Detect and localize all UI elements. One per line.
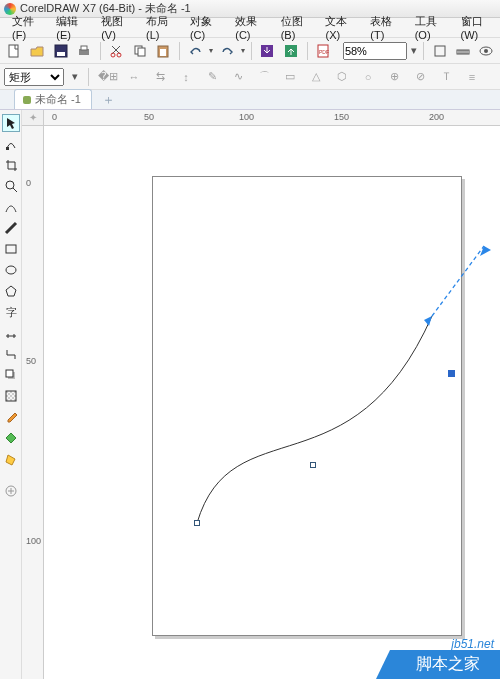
menu-object[interactable]: 对象(C) (184, 12, 227, 43)
artistic-media-tool[interactable] (2, 219, 20, 237)
ruler-tick: 150 (334, 112, 349, 122)
prop-icon[interactable]: ⌒ (255, 68, 273, 86)
paste-button[interactable] (154, 41, 173, 61)
ruler-tick: 50 (144, 112, 154, 122)
menu-tools[interactable]: 工具(O) (409, 12, 453, 43)
menu-file[interactable]: 文件(F) (6, 12, 48, 43)
toolbox: 字 (0, 110, 22, 679)
ruler-tick: 0 (52, 112, 57, 122)
eyedropper-tool[interactable] (2, 408, 20, 426)
shape-select[interactable]: 矩形 (4, 68, 64, 86)
menu-text[interactable]: 文本(X) (319, 12, 362, 43)
prop-icon[interactable]: ↕ (177, 68, 195, 86)
menu-bar: 文件(F) 编辑(E) 视图(V) 布局(L) 对象(C) 效果(C) 位图(B… (0, 18, 500, 38)
copy-button[interactable] (130, 41, 149, 61)
curve-start-node[interactable] (194, 520, 200, 526)
parallel-dim-tool[interactable] (2, 324, 20, 342)
curve-mid-node[interactable] (310, 462, 316, 468)
add-document-button[interactable]: ＋ (98, 91, 119, 109)
prop-icon[interactable]: ∿ (229, 68, 247, 86)
show-rulers-button[interactable] (453, 41, 472, 61)
interactive-fill-tool[interactable] (2, 429, 20, 447)
svg-rect-25 (6, 370, 13, 377)
menu-view[interactable]: 视图(V) (95, 12, 138, 43)
property-bar: 矩形 ▾ �⊞ ↔ ⇆ ↕ ✎ ∿ ⌒ ▭ △ ⬡ ○ ⊕ ⊘ Ｔ ≡ (0, 64, 500, 90)
new-button[interactable] (4, 41, 23, 61)
canvas-area[interactable]: ✦ 0 50 100 150 200 0 50 100 (22, 110, 500, 679)
ruler-tick: 200 (429, 112, 444, 122)
smart-fill-tool[interactable] (2, 450, 20, 468)
menu-edit[interactable]: 编辑(E) (50, 12, 93, 43)
curve-end-handle[interactable] (448, 370, 455, 377)
undo-button[interactable] (186, 41, 205, 61)
ruler-tick: 100 (26, 536, 41, 546)
prop-icon[interactable]: ▭ (281, 68, 299, 86)
ruler-origin-icon[interactable]: ✦ (22, 110, 44, 126)
svg-rect-26 (6, 391, 16, 401)
text-tool[interactable]: 字 (2, 303, 20, 321)
prop-icon[interactable]: ↔ (125, 68, 143, 86)
document-tab[interactable]: 未命名 -1 (14, 89, 92, 109)
ruler-tick: 100 (239, 112, 254, 122)
separator (423, 42, 424, 60)
export-button[interactable] (281, 41, 300, 61)
prop-icon[interactable]: ✎ (203, 68, 221, 86)
svg-point-20 (6, 181, 14, 189)
prop-icon[interactable]: ⊘ (411, 68, 429, 86)
prop-icon[interactable]: ○ (359, 68, 377, 86)
menu-effect[interactable]: 效果(C) (229, 12, 272, 43)
prop-icon[interactable]: △ (307, 68, 325, 86)
connector-tool[interactable] (2, 345, 20, 363)
svg-rect-2 (57, 52, 65, 56)
svg-rect-0 (9, 45, 18, 57)
separator (307, 42, 308, 60)
undo-dropdown-icon[interactable]: ▾ (209, 46, 213, 55)
menu-layout[interactable]: 布局(L) (140, 12, 182, 43)
publish-pdf-button[interactable]: PDF (314, 41, 333, 61)
pick-tool[interactable] (2, 114, 20, 132)
transparency-tool[interactable] (2, 387, 20, 405)
freehand-tool[interactable] (2, 198, 20, 216)
redo-button[interactable] (217, 41, 236, 61)
prop-icon[interactable]: ≡ (463, 68, 481, 86)
ellipse-tool[interactable] (2, 261, 20, 279)
import-button[interactable] (258, 41, 277, 61)
save-button[interactable] (51, 41, 70, 61)
redo-dropdown-icon[interactable]: ▾ (241, 46, 245, 55)
open-button[interactable] (27, 41, 46, 61)
bezier-curve[interactable] (152, 176, 492, 656)
menu-window[interactable]: 窗口(W) (455, 12, 500, 43)
shape-dropdown-icon[interactable]: ▾ (72, 70, 78, 83)
print-button[interactable] (74, 41, 93, 61)
crop-tool[interactable] (2, 156, 20, 174)
workspace: 字 ✦ 0 50 100 150 200 0 50 100 (0, 110, 500, 679)
prop-icon[interactable]: ⇆ (151, 68, 169, 86)
rectangle-tool[interactable] (2, 240, 20, 258)
prop-icon[interactable]: ⬡ (333, 68, 351, 86)
polygon-tool[interactable] (2, 282, 20, 300)
separator (251, 42, 252, 60)
prop-icon[interactable]: ⊕ (385, 68, 403, 86)
document-icon (23, 96, 31, 104)
preview-button[interactable] (477, 41, 496, 61)
ruler-tick: 0 (26, 178, 31, 188)
menu-table[interactable]: 表格(T) (364, 12, 406, 43)
watermark: jb51.net 脚本之家 (376, 650, 500, 679)
vertical-ruler[interactable]: 0 50 100 (22, 126, 44, 679)
svg-rect-10 (160, 49, 166, 56)
quick-customize-button[interactable] (2, 482, 20, 500)
menu-bitmap[interactable]: 位图(B) (275, 12, 318, 43)
cut-button[interactable] (107, 41, 126, 61)
fullscreen-button[interactable] (430, 41, 449, 61)
svg-text:PDF: PDF (319, 49, 329, 55)
prop-icon[interactable]: �⊞ (99, 68, 117, 86)
watermark-text: 脚本之家 (376, 650, 500, 679)
shape-tool[interactable] (2, 135, 20, 153)
drop-shadow-tool[interactable] (2, 366, 20, 384)
zoom-dropdown-icon[interactable]: ▾ (411, 44, 417, 57)
prop-icon[interactable]: Ｔ (437, 68, 455, 86)
svg-rect-4 (81, 46, 87, 50)
zoom-tool[interactable] (2, 177, 20, 195)
horizontal-ruler[interactable]: 0 50 100 150 200 (44, 110, 500, 126)
zoom-input[interactable] (343, 42, 407, 60)
